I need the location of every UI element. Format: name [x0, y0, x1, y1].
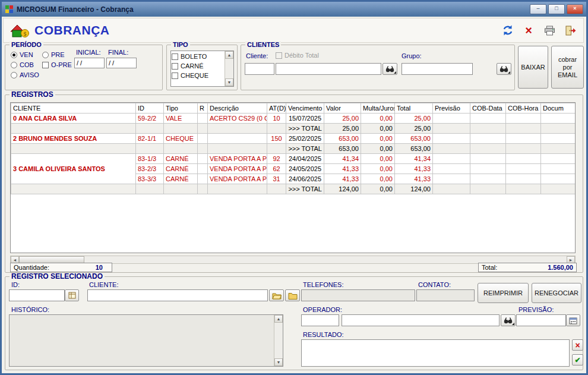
cell-vencimento[interactable]: 24/04/2025	[286, 154, 324, 164]
table-row[interactable]: 2 BRUNO MENDES SOUZA 82-1/1 CHEQUE 150 2…	[11, 134, 576, 144]
close-button[interactable]: ×	[567, 4, 583, 14]
radio-aviso[interactable]: AVISO	[11, 71, 39, 78]
cell-atd[interactable]: 31	[267, 174, 286, 184]
refresh-button[interactable]	[501, 23, 515, 37]
cell-r[interactable]	[198, 164, 208, 174]
data-final-input[interactable]	[106, 58, 137, 68]
renegociar-button[interactable]: RENEGOCIAR	[532, 283, 581, 303]
resultado-textarea[interactable]	[302, 340, 569, 366]
cell-tipo[interactable]: CHEQUE	[164, 134, 198, 144]
cell-valor[interactable]: 41,33	[324, 174, 361, 184]
cell-tipo[interactable]: CARNÉ	[164, 154, 198, 164]
resultado-confirm-button[interactable]: ✔	[572, 354, 583, 365]
historico-textarea[interactable]	[10, 315, 274, 366]
cell-total[interactable]: 25,00	[395, 114, 433, 124]
cell-atd[interactable]: 62	[267, 164, 286, 174]
radio-ven[interactable]: VEN	[11, 51, 33, 58]
historico-scrollbar[interactable]: ▲ ▼	[274, 315, 283, 366]
operador-search-button[interactable]	[501, 314, 516, 326]
previsao-input[interactable]	[516, 314, 566, 326]
cell-atd[interactable]: 150	[267, 134, 286, 144]
cell-id[interactable]: 83-2/3	[136, 164, 164, 174]
client-folder-button[interactable]	[285, 289, 300, 301]
cell-atd[interactable]: 10	[267, 114, 286, 124]
cell-multa-juros[interactable]: 0,00	[361, 114, 395, 124]
cell-atd[interactable]: 92	[267, 154, 286, 164]
cell-id[interactable]: 83-3/3	[136, 174, 164, 184]
cell-r[interactable]	[198, 134, 208, 144]
cell-previsao[interactable]	[433, 114, 470, 124]
clear-button[interactable]: ×	[521, 23, 536, 37]
cell-vencimento[interactable]: 24/05/2025	[286, 164, 324, 174]
cell-vencimento[interactable]: 24/06/2025	[286, 174, 324, 184]
cell-total[interactable]: 41,34	[395, 154, 433, 164]
tipo-scrollbar[interactable]: ▲ ▼	[225, 51, 233, 86]
tipo-option-carne[interactable]: CARNÉ	[172, 61, 224, 71]
cell-cob-data[interactable]	[470, 174, 506, 184]
scroll-down-icon[interactable]: ▼	[274, 358, 283, 366]
cell-docum[interactable]	[541, 164, 576, 174]
cell-previsao[interactable]	[433, 134, 470, 144]
scroll-track[interactable]	[225, 59, 233, 78]
cell-docum[interactable]	[541, 114, 576, 124]
print-button[interactable]	[542, 23, 557, 37]
data-inicial-input[interactable]	[74, 58, 105, 68]
reimprimir-button[interactable]: REIMPRIMIR	[478, 283, 529, 303]
cell-total[interactable]: 41,33	[395, 164, 433, 174]
cell-total[interactable]: 41,33	[395, 174, 433, 184]
cell-cob-data[interactable]	[470, 164, 506, 174]
grupo-input[interactable]	[402, 63, 473, 75]
cell-docum[interactable]	[541, 134, 576, 144]
scroll-track[interactable]	[274, 323, 283, 358]
cell-cob-hora[interactable]	[506, 134, 541, 144]
scroll-up-icon[interactable]: ▲	[225, 51, 233, 59]
cell-cob-data[interactable]	[470, 114, 506, 124]
id-lookup-button[interactable]	[65, 289, 79, 301]
cell-docum[interactable]	[541, 174, 576, 184]
cell-valor[interactable]: 653,00	[324, 134, 361, 144]
cell-r[interactable]	[198, 114, 208, 124]
radio-cob[interactable]: COB	[11, 61, 34, 68]
cell-tipo[interactable]: CARNÉ	[164, 164, 198, 174]
cell-cob-hora[interactable]	[506, 114, 541, 124]
cell-valor[interactable]: 41,34	[324, 154, 361, 164]
cell-descricao[interactable]: VENDA PORTA A PO	[208, 154, 267, 164]
cliente-sel-input[interactable]	[87, 289, 268, 301]
scroll-up-icon[interactable]: ▲	[274, 315, 283, 323]
maximize-button[interactable]: □	[548, 4, 565, 14]
table-row[interactable]: 0 ANA CLARA SILVA 59-2/2 VALE ACERTO CS2…	[11, 114, 576, 124]
cell-descricao[interactable]: ACERTO CS29 (0 CO	[208, 114, 267, 124]
cell-total[interactable]: 653,00	[395, 134, 433, 144]
cell-id[interactable]: 59-2/2	[136, 114, 164, 124]
cell-cob-hora[interactable]	[506, 174, 541, 184]
baixar-button[interactable]: BAIXAR	[518, 46, 548, 89]
cliente-codigo-input[interactable]	[245, 63, 274, 75]
operador-codigo-input[interactable]	[301, 314, 339, 326]
radio-pre[interactable]: PRE	[42, 51, 65, 58]
operador-nome-input[interactable]	[342, 314, 500, 326]
cell-tipo[interactable]: CARNÉ	[164, 174, 198, 184]
cell-cliente[interactable]: 0 ANA CLARA SILVA	[11, 114, 136, 124]
cell-tipo[interactable]: VALE	[164, 114, 198, 124]
cliente-nome-input[interactable]	[276, 63, 381, 75]
cell-descricao[interactable]: VENDA PORTA A PO	[208, 164, 267, 174]
cell-vencimento[interactable]: 15/07/2025	[286, 114, 324, 124]
debito-total-checkbox[interactable]: Débito Total	[276, 52, 319, 59]
open-client-button[interactable]	[269, 289, 284, 301]
table-row[interactable]: 3 CAMILA OLIVEIRA SANTOS 83-1/3 CARNÉ VE…	[11, 154, 576, 164]
cell-r[interactable]	[198, 174, 208, 184]
tipo-option-cheque[interactable]: CHEQUE	[172, 71, 224, 80]
cell-valor[interactable]: 41,33	[324, 164, 361, 174]
exit-button[interactable]	[563, 23, 577, 37]
cell-descricao[interactable]	[208, 134, 267, 144]
cell-r[interactable]	[198, 154, 208, 164]
cell-previsao[interactable]	[433, 164, 470, 174]
cell-cob-hora[interactable]	[506, 154, 541, 164]
minimize-button[interactable]: –	[530, 4, 546, 14]
cell-id[interactable]: 82-1/1	[136, 134, 164, 144]
cell-docum[interactable]	[541, 154, 576, 164]
cell-cliente[interactable]: 2 BRUNO MENDES SOUZA	[11, 134, 136, 144]
contato-input[interactable]	[416, 289, 475, 301]
cell-multa-juros[interactable]: 0,00	[361, 174, 395, 184]
cell-descricao[interactable]: VENDA PORTA A PO	[208, 174, 267, 184]
